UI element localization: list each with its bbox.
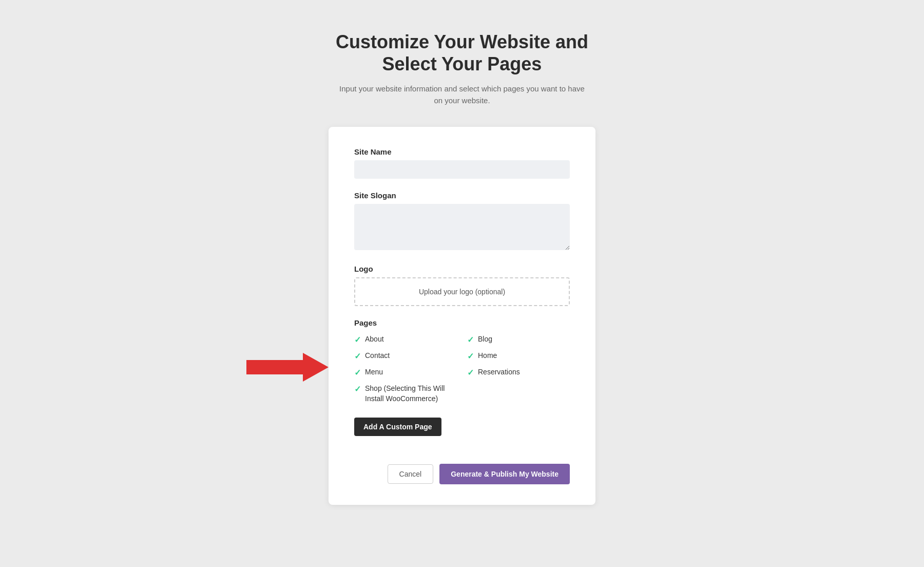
site-slogan-label: Site Slogan <box>354 191 570 200</box>
page-item-contact[interactable]: ✓ Contact <box>354 351 457 361</box>
page-item-blog[interactable]: ✓ Blog <box>467 334 570 345</box>
logo-label: Logo <box>354 264 570 273</box>
check-icon-home: ✓ <box>467 351 474 361</box>
page-label-home: Home <box>478 351 497 361</box>
pages-grid: ✓ About ✓ Blog ✓ Contact ✓ Home ✓ Me <box>354 334 570 404</box>
card-wrapper: Site Name Site Slogan Logo Upload your l… <box>329 127 595 504</box>
page-label-menu: Menu <box>365 367 383 377</box>
check-icon-shop: ✓ <box>354 384 361 394</box>
page-label-reservations: Reservations <box>478 367 520 377</box>
page-label-about: About <box>365 334 384 345</box>
arrow-body <box>246 360 303 374</box>
site-name-label: Site Name <box>354 147 570 156</box>
page-title: Customize Your Website andSelect Your Pa… <box>336 31 588 75</box>
add-custom-page-button[interactable]: Add A Custom Page <box>354 418 441 436</box>
check-icon-menu: ✓ <box>354 368 361 377</box>
pages-label: Pages <box>354 318 570 327</box>
page-item-shop[interactable]: ✓ Shop (Selecting This Will Install WooC… <box>354 384 457 404</box>
pages-group: Pages ✓ About ✓ Blog ✓ Contact ✓ Home <box>354 318 570 451</box>
page-item-home[interactable]: ✓ Home <box>467 351 570 361</box>
check-icon-contact: ✓ <box>354 351 361 361</box>
logo-group: Logo Upload your logo (optional) <box>354 264 570 306</box>
page-label-contact: Contact <box>365 351 390 361</box>
cancel-button[interactable]: Cancel <box>388 464 434 484</box>
check-icon-blog: ✓ <box>467 335 474 345</box>
logo-upload-area[interactable]: Upload your logo (optional) <box>354 277 570 306</box>
check-icon-reservations: ✓ <box>467 368 474 377</box>
page-header: Customize Your Website andSelect Your Pa… <box>336 31 588 106</box>
site-name-input[interactable] <box>354 160 570 179</box>
page-subtitle: Input your website information and selec… <box>336 83 588 106</box>
arrow-indicator <box>246 353 329 382</box>
page-label-shop: Shop (Selecting This Will Install WooCom… <box>365 384 457 404</box>
check-icon-about: ✓ <box>354 335 361 345</box>
form-card: Site Name Site Slogan Logo Upload your l… <box>329 127 595 504</box>
site-slogan-input[interactable] <box>354 204 570 250</box>
footer-actions: Cancel Generate & Publish My Website <box>354 464 570 484</box>
page-item-reservations[interactable]: ✓ Reservations <box>467 367 570 377</box>
page-item-menu[interactable]: ✓ Menu <box>354 367 457 377</box>
page-item-about[interactable]: ✓ About <box>354 334 457 345</box>
site-name-group: Site Name <box>354 147 570 179</box>
generate-publish-button[interactable]: Generate & Publish My Website <box>439 464 570 484</box>
logo-upload-text: Upload your logo (optional) <box>419 288 505 296</box>
page-label-blog: Blog <box>478 334 492 345</box>
site-slogan-group: Site Slogan <box>354 191 570 252</box>
arrow-head <box>303 353 329 382</box>
